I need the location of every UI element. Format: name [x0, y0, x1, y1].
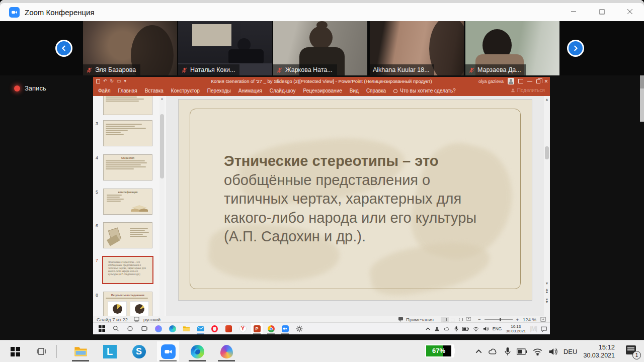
tab-view[interactable]: Вид	[350, 88, 359, 94]
zoom-app-icon[interactable]	[281, 324, 289, 333]
tab-design[interactable]: Конструктор	[171, 88, 200, 94]
office-icon[interactable]	[224, 324, 233, 333]
slide-canvas[interactable]: Этнические стереотипы – это обобщённые п…	[179, 100, 532, 300]
onedrive-icon[interactable]	[444, 327, 450, 331]
tab-home[interactable]: Главная	[118, 88, 137, 94]
tell-me-box[interactable]: Что вы хотите сделать?	[393, 88, 456, 94]
slide-area-scrollbar[interactable]: ▲ ▼ ▲▲ ▼▼	[544, 96, 550, 316]
search-icon[interactable]	[112, 324, 120, 333]
tab-file[interactable]: Файл	[98, 88, 111, 94]
task-view-button[interactable]	[30, 341, 52, 361]
mail-icon[interactable]	[196, 324, 205, 333]
action-center-icon[interactable]	[541, 326, 547, 332]
zoom-in-button[interactable]: +	[516, 317, 519, 322]
scroll-down-icon[interactable]: ▼	[544, 281, 550, 286]
participant-video[interactable]: Aikhana Kuular 18...	[370, 21, 464, 75]
ribbon-display-options-icon[interactable]	[518, 79, 523, 83]
start-button[interactable]	[4, 341, 26, 361]
language-indicator[interactable]: русский	[143, 317, 160, 322]
fit-to-window-icon[interactable]	[540, 317, 546, 322]
close-button[interactable]	[616, 4, 644, 19]
start-button[interactable]	[98, 324, 106, 333]
ppt-user-name[interactable]: olya gazieva	[478, 79, 504, 84]
participant-video[interactable]: Эля Базарова	[83, 21, 177, 75]
cortana-icon[interactable]	[126, 324, 134, 333]
l-app-button[interactable]: L	[99, 341, 121, 361]
task-view-icon[interactable]	[140, 324, 148, 333]
language-indicator[interactable]: DEU	[564, 348, 577, 355]
redo-icon[interactable]: ↻	[110, 79, 114, 83]
settings-icon[interactable]	[295, 324, 303, 333]
volume-icon[interactable]	[483, 326, 489, 331]
ppt-minimize-button[interactable]: —	[527, 79, 532, 84]
avatar[interactable]	[508, 78, 514, 84]
zoom-level[interactable]: 124 %	[523, 317, 536, 322]
participant-video[interactable]: Наталья Коки...	[178, 21, 272, 75]
m-app-icon[interactable]: |M|	[530, 325, 537, 332]
spellcheck-icon[interactable]	[134, 317, 139, 322]
slide-thumbnail-6[interactable]	[103, 222, 152, 248]
zoom-slider-thumb[interactable]	[500, 318, 501, 321]
notes-button[interactable]: Примечания	[406, 317, 434, 322]
ppt-share-button[interactable]: Поделиться	[511, 87, 545, 93]
file-explorer-icon[interactable]	[182, 324, 191, 333]
slide-thumbnail-4[interactable]: Стереотип	[103, 154, 152, 180]
tab-transitions[interactable]: Переходы	[207, 88, 231, 94]
qat-customize-icon[interactable]: ▾	[124, 79, 127, 83]
slide-text[interactable]: Этнические стереотипы – это обобщённые п…	[224, 152, 506, 246]
edge-button[interactable]	[186, 341, 208, 361]
scroll-right-button[interactable]	[567, 40, 584, 57]
opera-icon[interactable]	[210, 324, 219, 333]
participant-video[interactable]: Марзаева Да...	[465, 21, 559, 75]
zoom-slider[interactable]	[485, 319, 513, 320]
slide-thumbnail-3[interactable]	[103, 120, 152, 146]
paint-drop-app-button[interactable]	[215, 341, 237, 361]
battery-icon[interactable]	[517, 348, 527, 355]
scrollbar-thumb[interactable]	[160, 114, 164, 178]
clock[interactable]: 15:12 30.03.2021	[583, 343, 615, 359]
participant-video[interactable]: Жаркова Ната...	[273, 21, 367, 75]
scroll-up-icon[interactable]: ▲	[544, 97, 550, 102]
tab-slideshow[interactable]: Слайд-шоу	[270, 88, 296, 94]
chrome-icon[interactable]	[267, 324, 275, 333]
action-center-button[interactable]: 1	[626, 345, 638, 357]
mic-icon[interactable]	[454, 326, 458, 332]
clock[interactable]: 10:13 30.03.2021	[506, 324, 526, 333]
battery-icon[interactable]	[462, 327, 469, 331]
network-icon[interactable]	[473, 327, 479, 331]
tab-animations[interactable]: Анимация	[238, 88, 262, 94]
next-slide-button[interactable]: ▼▼	[544, 298, 550, 303]
slide-thumbnail-2[interactable]	[103, 96, 152, 115]
save-icon[interactable]	[96, 79, 100, 83]
slide-thumbnail-8[interactable]: Результаты исследования	[103, 292, 152, 316]
scrollbar-thumb[interactable]	[545, 146, 549, 159]
side-scrollbar[interactable]	[640, 75, 644, 122]
previous-slide-button[interactable]: ▲▲	[544, 288, 550, 293]
zoom-app-button[interactable]	[157, 341, 179, 361]
volume-icon[interactable]	[548, 348, 557, 355]
slide-thumbnail-5[interactable]: классификация	[103, 189, 152, 215]
zoom-out-button[interactable]: −	[478, 317, 481, 322]
scroll-up-icon[interactable]: ▲	[159, 97, 165, 100]
edge-icon[interactable]	[168, 324, 177, 333]
slideshow-view-button[interactable]	[465, 317, 473, 322]
scroll-left-button[interactable]	[55, 40, 72, 57]
browser-circle-icon[interactable]	[154, 324, 163, 333]
thumbnail-panel-scrollbar[interactable]: ▲	[159, 96, 165, 316]
tab-insert[interactable]: Вставка	[145, 88, 164, 94]
minimize-button[interactable]	[559, 4, 588, 19]
start-slideshow-icon[interactable]: ▭	[117, 79, 121, 83]
ppt-restore-button[interactable]	[536, 79, 540, 83]
skype-button[interactable]: S	[128, 341, 150, 361]
onedrive-icon[interactable]	[488, 348, 499, 355]
contact-icon[interactable]	[434, 326, 440, 331]
maximize-button[interactable]	[588, 4, 616, 19]
battery-widget[interactable]: 67%	[425, 344, 454, 357]
yandex-icon[interactable]: Y	[238, 324, 247, 333]
tab-help[interactable]: Справка	[366, 88, 386, 94]
wifi-icon[interactable]	[533, 348, 542, 355]
file-explorer-button[interactable]	[69, 341, 92, 361]
reading-view-button[interactable]	[457, 317, 465, 322]
undo-icon[interactable]: ↶	[103, 79, 107, 83]
hidden-icons-chevron[interactable]	[475, 349, 482, 353]
